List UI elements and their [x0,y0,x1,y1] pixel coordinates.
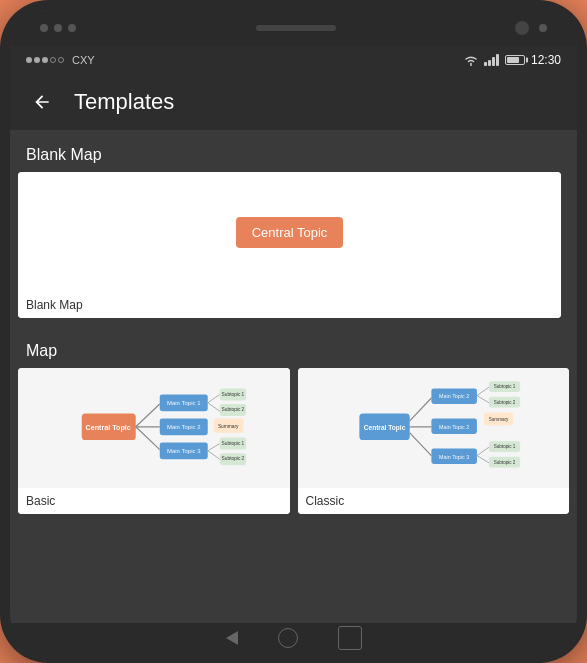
classic-map-preview: Central Topic Main Topic 2 Main Topic 2 [298,368,570,488]
sig-3 [42,57,48,63]
back-button[interactable] [26,86,58,118]
scroll-content[interactable]: Blank Map Central Topic Blank Map Map [10,130,577,623]
svg-text:Main Topic 2: Main Topic 2 [439,393,469,399]
svg-text:Main Topic 1: Main Topic 1 [167,400,201,406]
template-card-blank[interactable]: Central Topic Blank Map [18,172,561,318]
camera-area [40,24,76,32]
svg-text:Subtopic 1: Subtopic 1 [493,444,515,449]
svg-line-19 [208,444,220,451]
svg-text:Subtopic 1: Subtopic 1 [222,392,245,397]
svg-line-27 [409,398,431,421]
bar-2 [488,60,491,66]
svg-text:Subtopic 1: Subtopic 1 [493,384,515,389]
svg-text:Summary: Summary [488,417,508,422]
back-nav-button [226,631,238,645]
status-right: 12:30 [464,53,561,67]
blank-map-grid: Central Topic Blank Map [10,172,577,326]
app-content: Templates Blank Map Central Topic Blank … [10,74,577,623]
svg-text:Summary: Summary [218,424,239,429]
dot-2 [54,24,62,32]
section-map-title: Map [26,342,57,359]
basic-map-svg: Central Topic Main Topic 1 Main Topic 2 [18,368,290,488]
battery-icon [505,55,525,65]
wifi-icon [464,55,478,66]
basic-map-label: Basic [18,488,290,514]
sig-1 [26,57,32,63]
recents-nav-button [338,626,362,650]
svg-line-12 [208,403,220,411]
svg-text:Subtopic 1: Subtopic 1 [222,441,245,446]
hardware-top-bar [10,10,577,46]
template-card-basic[interactable]: Central Topic Main Topic 1 Main Topic 2 [18,368,290,514]
bar-4 [496,54,499,66]
svg-line-4 [136,427,160,450]
sensors [515,21,547,35]
blank-map-label: Blank Map [18,292,561,318]
svg-text:Central Topic: Central Topic [363,424,405,432]
camera-front [515,21,529,35]
status-left: CXY [26,54,95,66]
signal-dots [26,57,64,63]
svg-text:Main Topic 2: Main Topic 2 [167,424,201,430]
page-title: Templates [74,89,174,115]
status-time: 12:30 [531,53,561,67]
svg-line-36 [476,387,488,395]
svg-line-37 [476,396,488,403]
svg-line-44 [476,447,488,455]
svg-line-45 [476,456,488,463]
sensor-dot [539,24,547,32]
svg-text:Main Topic 3: Main Topic 3 [167,448,201,454]
svg-text:Subtopic 2: Subtopic 2 [222,456,245,461]
svg-line-29 [409,433,431,456]
classic-map-label: Classic [298,488,570,514]
home-nav-button [278,628,298,648]
sig-4 [50,57,56,63]
phone-frame: CXY 12:30 [0,0,587,663]
svg-text:Central Topic: Central Topic [85,423,130,432]
svg-line-11 [208,394,220,402]
map-grid: Central Topic Main Topic 1 Main Topic 2 [10,368,577,522]
template-card-classic[interactable]: Central Topic Main Topic 2 Main Topic 2 [298,368,570,514]
blank-map-preview: Central Topic [18,172,561,292]
app-bar: Templates [10,74,577,130]
svg-line-2 [136,404,160,427]
sig-2 [34,57,40,63]
speaker [256,25,336,31]
svg-text:Main Topic 3: Main Topic 3 [439,454,469,460]
central-topic-button: Central Topic [236,217,344,248]
svg-text:Subtopic 2: Subtopic 2 [493,460,515,465]
signal-bars [484,54,499,66]
svg-text:Main Topic 2: Main Topic 2 [439,424,469,430]
classic-map-svg: Central Topic Main Topic 2 Main Topic 2 [298,368,570,488]
carrier-name: CXY [72,54,95,66]
svg-line-20 [208,451,220,459]
bar-1 [484,62,487,66]
hardware-bottom-bar [10,623,577,653]
sig-5 [58,57,64,63]
dot-1 [40,24,48,32]
dot-3 [68,24,76,32]
section-map: Map [10,326,577,368]
battery-fill [507,57,519,63]
section-blank-map-title: Blank Map [26,146,102,163]
phone-inner: CXY 12:30 [10,10,577,653]
status-bar: CXY 12:30 [10,46,577,74]
bar-3 [492,57,495,66]
basic-map-preview: Central Topic Main Topic 1 Main Topic 2 [18,368,290,488]
section-blank-map: Blank Map [10,130,577,172]
svg-text:Subtopic 2: Subtopic 2 [222,407,245,412]
svg-text:Subtopic 2: Subtopic 2 [493,400,515,405]
